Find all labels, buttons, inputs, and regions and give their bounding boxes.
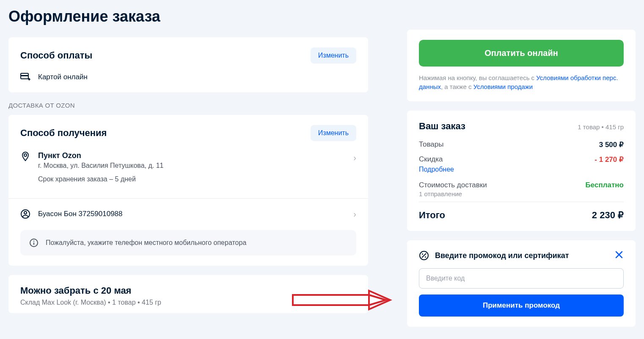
recipient-name: Буасон Бон 37259010988 [38, 210, 123, 218]
total-value: 2 230 [592, 210, 624, 221]
items-label: Товары [419, 140, 443, 149]
promo-card: Введите промокод или сертификат Применит… [407, 240, 636, 327]
svg-point-6 [33, 241, 34, 242]
pickup-storage-text: Срок хранения заказа – 5 дней [38, 175, 356, 183]
pickup-date-sub: Склад Max Look (г. Москва) • 1 товар • 4… [20, 299, 356, 306]
discount-label: Скидка [419, 155, 443, 164]
payment-method-card: Способ оплаты Изменить Картой онлайн [8, 37, 368, 92]
svg-point-2 [24, 154, 27, 156]
payment-section-title: Способ оплаты [20, 50, 92, 61]
person-icon [20, 209, 30, 219]
change-delivery-button[interactable]: Изменить [311, 125, 356, 141]
svg-rect-7 [33, 242, 34, 245]
shipping-value: Бесплатно [586, 181, 624, 189]
items-value: 3 500 [599, 140, 624, 149]
delivery-method-card: Способ получения Изменить Пункт Ozon г. … [8, 115, 368, 266]
card-icon [20, 72, 30, 82]
shipping-label: Стоимость доставки [419, 181, 487, 189]
phone-warning-text: Пожалуйста, укажите телефон местного моб… [46, 239, 246, 247]
pickup-point-row[interactable]: Пункт Ozon г. Москва, ул. Василия Петушк… [20, 150, 356, 191]
order-summary-card: Ваш заказ 1 товар • 415 гр Товары 3 500 … [407, 111, 636, 231]
percent-icon [419, 250, 429, 261]
order-summary-meta: 1 товар • 415 гр [578, 123, 624, 131]
payment-method-label: Картой онлайн [38, 73, 88, 81]
discount-more-link[interactable]: Подробнее [419, 166, 454, 173]
chevron-right-icon: › [353, 209, 356, 219]
shipping-sub: 1 отправление [419, 190, 624, 197]
apply-promo-button[interactable]: Применить промокод [419, 295, 624, 317]
total-label: Итого [419, 210, 445, 221]
payment-action-card: Оплатить онлайн Нажимая на кнопку, вы со… [407, 30, 636, 101]
change-payment-button[interactable]: Изменить [311, 47, 356, 64]
promo-code-input[interactable] [419, 268, 624, 289]
svg-rect-1 [21, 75, 28, 76]
info-icon [29, 238, 39, 248]
close-icon[interactable] [614, 250, 624, 261]
recipient-row[interactable]: Буасон Бон 37259010988 › [20, 206, 356, 222]
discount-value: - 1 270 [594, 155, 624, 164]
pickup-availability-card: Можно забрать с 20 мая Склад Max Look (г… [8, 275, 368, 313]
chevron-right-icon: › [353, 153, 356, 163]
delivery-section-title: Способ получения [20, 128, 107, 139]
order-summary-title: Ваш заказ [419, 121, 465, 132]
pickup-point-address: г. Москва, ул. Василия Петушкова, д. 11 [38, 162, 356, 170]
delivery-group-label: ДОСТАВКА ОТ OZON [8, 102, 368, 109]
phone-warning-box: Пожалуйста, укажите телефон местного моб… [20, 230, 356, 256]
svg-point-10 [425, 256, 426, 258]
svg-point-4 [24, 211, 27, 214]
promo-title: Введите промокод или сертификат [435, 251, 569, 260]
svg-point-9 [422, 253, 423, 255]
pay-online-button[interactable]: Оплатить онлайн [419, 40, 624, 67]
location-pin-icon [20, 151, 30, 161]
pickup-point-title: Пункт Ozon [38, 151, 356, 160]
agreement-text: Нажимая на кнопку, вы соглашаетесь с Усл… [419, 73, 624, 91]
pickup-date-title: Можно забрать с 20 мая [20, 285, 356, 296]
page-title: Оформление заказа [8, 8, 368, 25]
terms-sale-link[interactable]: Условиями продажи [473, 83, 533, 90]
